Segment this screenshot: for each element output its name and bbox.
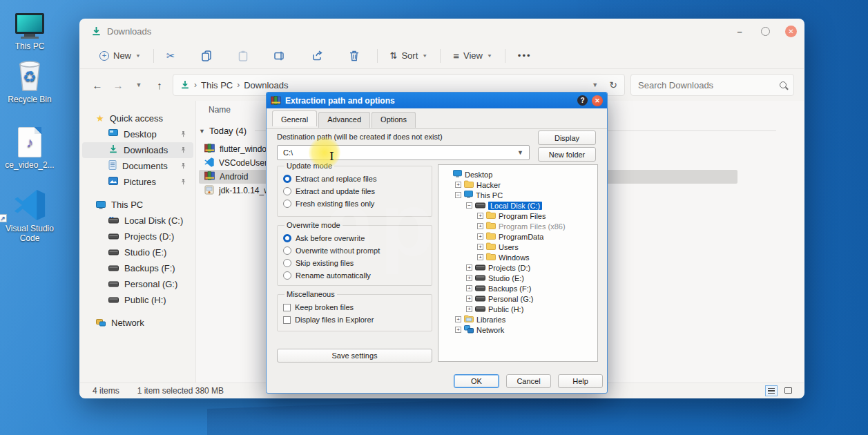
sidebar-item-documents[interactable]: Documents — [82, 158, 193, 174]
save-settings-button[interactable]: Save settings — [277, 349, 432, 362]
tab-advanced[interactable]: Advanced — [318, 112, 370, 128]
tree-node-desktop[interactable]: Desktop — [440, 169, 596, 180]
expand-icon[interactable]: + — [477, 213, 483, 219]
sidebar-item-studio-e-[interactable]: Studio (E:) — [82, 244, 193, 260]
destination-path-combobox[interactable]: C:\ ▼ — [277, 145, 530, 160]
paste-button[interactable] — [231, 50, 255, 61]
cancel-button[interactable]: Cancel — [506, 374, 551, 388]
update-mode-option[interactable]: Extract and update files — [283, 185, 426, 197]
tree-node-users[interactable]: +Users — [440, 242, 596, 252]
update-mode-option[interactable]: Fresh existing files only — [283, 197, 426, 210]
rename-button[interactable] — [267, 51, 293, 61]
new-folder-button[interactable]: New folder — [538, 147, 596, 162]
tree-node-backups-f-[interactable]: +Backups (F:) — [440, 283, 596, 293]
overwrite-mode-option[interactable]: Overwrite without prompt — [283, 244, 426, 257]
search-input[interactable] — [638, 80, 780, 90]
overwrite-mode-option[interactable]: Skip existing files — [283, 257, 426, 269]
sidebar-item-network[interactable]: Network — [82, 315, 193, 331]
chevron-down-icon: ▼ — [135, 53, 141, 58]
more-options-button[interactable]: ••• — [511, 50, 539, 61]
tree-node-local-disk-c-[interactable]: −Local Disk (C:) — [440, 200, 596, 211]
display-button[interactable]: Display — [538, 130, 596, 145]
tab-options[interactable]: Options — [372, 112, 416, 128]
view-button[interactable]: ≡ View ▼ — [446, 50, 499, 61]
tree-node-public-h-[interactable]: +Public (H:) — [440, 304, 596, 314]
expand-icon[interactable]: + — [477, 254, 483, 260]
sidebar-item-downloads[interactable]: Downloads — [82, 142, 193, 158]
expand-icon[interactable]: + — [466, 306, 472, 312]
refresh-icon[interactable]: ↻ — [609, 79, 617, 90]
expand-icon[interactable]: + — [477, 244, 483, 250]
tree-node-this-pc[interactable]: −This PC — [440, 190, 596, 200]
minimize-button[interactable]: – — [733, 25, 746, 37]
misc-option[interactable]: Display files in Explorer — [283, 313, 426, 326]
explorer-titlebar[interactable]: Downloads – ✕ — [80, 19, 804, 43]
up-button[interactable]: ↑ — [152, 79, 167, 91]
sidebar-item-quick-access[interactable]: ★ Quick access — [82, 110, 193, 126]
details-view-button[interactable] — [765, 385, 778, 396]
sidebar-item-backups-f-[interactable]: Backups (F:) — [82, 260, 193, 276]
expand-icon[interactable]: + — [477, 233, 483, 240]
desktop-icon-media-file[interactable]: ♪ ce_video_2... — [0, 124, 59, 170]
share-button[interactable] — [305, 50, 330, 61]
breadcrumb-this-pc[interactable]: This PC — [201, 80, 233, 90]
sidebar-item-pictures[interactable]: Pictures — [82, 174, 193, 190]
sidebar-item-local-disk-c-[interactable]: Local Disk (C:) — [82, 213, 193, 229]
share-icon — [312, 50, 323, 61]
misc-option[interactable]: Keep broken files — [283, 301, 426, 313]
forward-button[interactable]: → — [110, 79, 126, 91]
cut-button[interactable]: ✂ — [160, 50, 182, 62]
expand-icon[interactable]: + — [466, 264, 472, 271]
dialog-close-button[interactable]: ✕ — [592, 95, 603, 106]
expand-icon[interactable]: + — [477, 223, 483, 229]
tree-node-program-files[interactable]: +Program Files — [440, 211, 596, 221]
copy-button[interactable] — [195, 50, 219, 61]
sidebar-item-this-pc[interactable]: This PC — [82, 197, 193, 213]
expand-icon[interactable]: + — [455, 182, 461, 188]
tree-node-network[interactable]: +Network — [440, 325, 596, 335]
expand-icon[interactable]: + — [466, 296, 472, 302]
delete-button[interactable] — [343, 50, 366, 61]
tree-node-windows[interactable]: +Windows — [440, 252, 596, 262]
tree-node-personal-g-[interactable]: +Personal (G:) — [440, 293, 596, 304]
sidebar-item-desktop[interactable]: Desktop▼ — [82, 126, 193, 142]
expand-icon[interactable]: + — [466, 285, 472, 291]
tree-node-programdata[interactable]: +ProgramData — [440, 231, 596, 242]
help-button[interactable]: Help — [558, 374, 603, 388]
expand-icon[interactable]: + — [455, 327, 461, 333]
dialog-titlebar[interactable]: Extraction path and options ? ✕ — [267, 93, 607, 108]
collapse-icon[interactable]: − — [455, 192, 461, 198]
desktop-icon-this-pc[interactable]: This PC — [0, 6, 59, 51]
tree-node-hacker[interactable]: +Hacker — [440, 180, 596, 190]
close-button[interactable]: ✕ — [785, 26, 797, 37]
explorer-tab-downloads[interactable]: Downloads — [80, 26, 151, 37]
tree-node-studio-e-[interactable]: +Studio (E:) — [440, 273, 596, 283]
expand-icon[interactable]: + — [466, 275, 472, 281]
tree-node-libraries[interactable]: +Libraries — [440, 314, 596, 325]
maximize-button[interactable] — [761, 27, 770, 36]
sort-button[interactable]: ⇅ Sort ▼ — [383, 50, 435, 61]
collapse-icon[interactable]: − — [466, 202, 472, 209]
sidebar-item-personal-g-[interactable]: Personal (G:) — [82, 276, 193, 292]
tree-node-projects-d-[interactable]: +Projects (D:) — [440, 262, 596, 273]
desktop-icon-recycle-bin[interactable]: ♻ Recycle Bin — [0, 59, 59, 104]
help-icon[interactable]: ? — [577, 95, 588, 106]
back-button[interactable]: ← — [90, 79, 105, 91]
overwrite-mode-option[interactable]: Ask before overwrite — [283, 232, 426, 244]
ok-button[interactable]: OK — [454, 374, 499, 388]
update-mode-option[interactable]: Extract and replace files — [283, 173, 426, 185]
tree-node-program-files-x86-[interactable]: +Program Files (x86) — [440, 221, 596, 231]
address-dropdown-chevron[interactable]: ▼ — [592, 81, 598, 88]
desktop-icon-vscode[interactable]: ↗ Visual Studio Code — [0, 188, 59, 243]
sidebar-item-projects-d-[interactable]: Projects (D:) — [82, 229, 193, 244]
breadcrumb-downloads[interactable]: Downloads — [244, 80, 288, 90]
sidebar-item-public-h-[interactable]: Public (H:) — [82, 292, 193, 308]
recent-locations-chevron[interactable]: ▼ — [131, 81, 146, 88]
new-button[interactable]: + New ▼ — [93, 50, 148, 61]
overwrite-mode-option[interactable]: Rename automatically — [283, 269, 426, 282]
tab-general[interactable]: General — [272, 110, 317, 126]
thumbnails-view-button[interactable] — [782, 385, 794, 396]
expand-icon[interactable]: + — [455, 316, 461, 322]
column-header-name[interactable]: Name — [209, 105, 231, 115]
search-box[interactable] — [630, 74, 794, 96]
